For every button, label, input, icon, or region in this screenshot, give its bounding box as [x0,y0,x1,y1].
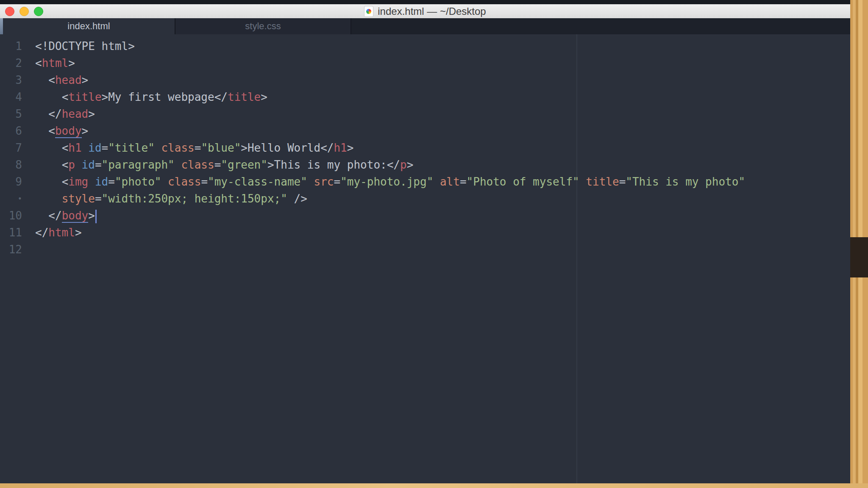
code-token: < [62,158,69,171]
code-line: 3 <head> [0,72,850,89]
code-line: 6 <body> [0,122,850,139]
code-token: > [88,108,95,120]
code-token: class [161,141,194,154]
line-number: 8 [0,156,22,173]
code-token: = [460,175,467,188]
code-token: = [201,175,208,188]
code-token: </ [214,91,228,103]
code-token: > [75,226,82,239]
code-token: p [68,158,75,171]
code-token: = [108,175,115,188]
code-token: < [48,74,55,86]
code-token: </ [320,141,334,154]
wallpaper-dark-band [850,237,868,277]
code-token [307,175,314,188]
code-token: < [62,175,69,188]
code-token: < [35,57,42,69]
line-number: 11 [0,224,22,241]
wallpaper-wood-strip [850,0,868,488]
code-token [161,175,168,188]
window-top-edge [0,0,850,4]
code-token [35,192,62,205]
code-token: < [48,125,55,137]
code-line: 8 <p id="paragraph" class="green">This i… [0,156,850,173]
code-token: id [88,141,101,154]
line-number: 4 [0,89,22,105]
desktop-screen: index.html — ~/Desktop index.html style.… [0,0,868,488]
code-editor[interactable]: 1<!DOCTYPE html>2<html>3 <head>4 <title>… [0,34,850,483]
code-token [82,141,89,154]
code-token: > [102,91,108,103]
wallpaper-bottom-strip [0,483,868,488]
code-token [579,175,586,188]
code-line: 4 <title>My first webpage</title> [0,89,850,105]
code-token: body [55,125,82,138]
code-token: alt [440,175,460,188]
code-token: > [241,141,248,154]
code-token: > [267,158,274,171]
code-token: Hello World [248,141,320,154]
zoom-button[interactable] [34,7,43,16]
tab-index-html[interactable]: index.html [3,18,175,34]
code-token: </ [48,108,61,120]
code-area[interactable]: 1<!DOCTYPE html>2<html>3 <head>4 <title>… [0,34,850,258]
traffic-lights [5,7,43,16]
code-token: = [102,141,108,154]
code-token: < [62,91,69,103]
tab-label: style.css [245,21,281,32]
code-token: "my-photo.jpg" [340,175,433,188]
code-token [35,125,48,137]
line-number: 9 [0,173,22,190]
code-token [88,175,95,188]
code-token: "blue" [201,141,241,154]
code-token [75,158,82,171]
window-title-group: index.html — ~/Desktop [364,6,486,17]
code-token: class [181,158,214,171]
code-line: 12 [0,241,850,258]
editor-window: index.html — ~/Desktop index.html style.… [0,0,850,483]
code-token: head [55,74,82,86]
line-number: 5 [0,105,22,122]
code-token: h1 [334,141,347,154]
minimize-button[interactable] [19,7,29,16]
code-token: title [68,91,101,103]
code-line: 7 <h1 id="title" class="blue">Hello Worl… [0,139,850,156]
code-token: = [619,175,626,188]
code-token: "Photo of myself" [467,175,579,188]
code-token: "title" [108,141,155,154]
close-button[interactable] [5,7,14,16]
line-number: 1 [0,38,22,55]
code-token: My first webpage [108,91,214,103]
code-line: 2<html> [0,55,850,72]
window-titlebar: index.html — ~/Desktop [0,4,850,19]
line-number: 7 [0,139,22,156]
code-token: html [42,57,69,69]
code-token: > [88,209,95,222]
code-token [287,192,294,205]
text-cursor [95,210,97,223]
code-token [35,175,62,188]
code-token: "photo" [115,175,161,188]
code-token: title [228,91,261,103]
code-token: "width:250px; height:150px;" [102,192,287,205]
code-token [35,108,48,120]
code-token: "green" [221,158,267,171]
tab-style-css[interactable]: style.css [175,18,351,34]
code-token: > [407,158,414,171]
code-token: > [82,125,89,137]
code-token [35,91,62,103]
window-title: index.html — ~/Desktop [378,6,486,17]
line-number: 10 [0,207,22,224]
line-number: 3 [0,72,22,89]
line-number: 6 [0,122,22,139]
code-token: h1 [68,141,81,154]
code-token: "paragraph" [102,158,175,171]
code-token: > [82,74,89,86]
wrap-marker: • [0,190,22,207]
code-token [433,175,440,188]
code-token: </ [387,158,400,171]
code-token: style [62,192,95,205]
code-token: > [261,91,267,103]
code-token [175,158,181,171]
code-token: <!DOCTYPE html> [35,40,135,53]
